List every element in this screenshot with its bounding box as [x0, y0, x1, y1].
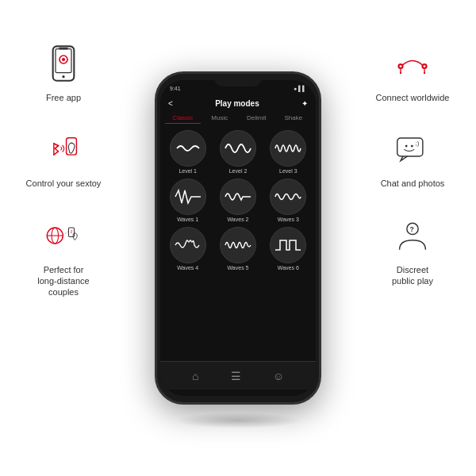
phone: 9:41 ● ▌▌ < Play modes ✦ Classic Music D…: [155, 71, 321, 405]
feature-free-app: Free app: [40, 40, 87, 103]
status-icons: ● ▌▌: [294, 86, 306, 91]
svg-point-13: [400, 72, 401, 74]
mode-waves3-circle[interactable]: [270, 178, 306, 215]
mode-waves6-circle[interactable]: [270, 227, 306, 263]
feature-long-distance: Perfect forlong-distancecouples: [37, 212, 89, 298]
mode-waves5-circle[interactable]: [220, 227, 256, 263]
tab-shake[interactable]: Shake: [276, 113, 312, 124]
free-app-label: Free app: [46, 92, 81, 103]
chat-photos-label: Chat and photos: [381, 178, 445, 189]
svg-point-19: [405, 145, 408, 148]
mode-waves3-label: Waves 3: [278, 217, 299, 222]
connect-worldwide-label: Connect worldwide: [376, 92, 450, 103]
app-title: Play modes: [173, 99, 301, 108]
mode-level1-label: Level 1: [178, 168, 197, 174]
svg-point-15: [424, 72, 425, 74]
bluetooth-icon: ✦: [301, 99, 308, 108]
message-icon[interactable]: ☰: [231, 370, 241, 382]
svg-point-17: [424, 65, 426, 67]
main-container: Free app Control your sextoy: [0, 0, 476, 476]
control-sextoy-label: Control your sextoy: [26, 178, 102, 189]
modes-grid: Level 1 Level 2: [160, 125, 316, 275]
status-time: 9:41: [170, 86, 181, 91]
mode-level3-circle[interactable]: [270, 130, 306, 167]
phone-screen: 9:41 ● ▌▌ < Play modes ✦ Classic Music D…: [160, 80, 316, 396]
home-icon[interactable]: ⌂: [192, 370, 198, 382]
mode-waves4-circle[interactable]: [170, 227, 206, 263]
mode-waves2-label: Waves 2: [228, 217, 249, 222]
mode-level2[interactable]: Level 2: [215, 130, 260, 174]
svg-rect-3: [59, 48, 68, 50]
feature-chat-photos: ;) Chat and photos: [381, 125, 445, 189]
svg-point-2: [62, 75, 64, 78]
mode-level3[interactable]: Level 3: [266, 130, 311, 174]
svg-point-5: [62, 58, 65, 61]
connect-worldwide-icon: [389, 40, 436, 87]
tab-classic[interactable]: Classic: [165, 113, 201, 124]
mode-level2-circle[interactable]: [220, 130, 256, 167]
mode-waves2-circle[interactable]: [220, 178, 256, 215]
mode-level3-label: Level 3: [279, 168, 298, 174]
profile-icon[interactable]: ☺: [273, 370, 284, 382]
tabs-bar: Classic Music Delimit Shake: [160, 111, 316, 125]
feature-control-sextoy: Control your sextoy: [26, 125, 102, 189]
mode-level1[interactable]: Level 1: [165, 130, 210, 174]
mode-waves6[interactable]: Waves 6: [266, 227, 311, 271]
mode-waves4[interactable]: Waves 4: [165, 227, 210, 271]
right-sidebar: Connect worldwide ;) Chat and photos: [357, 40, 468, 286]
tab-delimit[interactable]: Delimit: [239, 113, 274, 124]
bluetooth-toy-icon: [40, 125, 87, 173]
mode-waves2[interactable]: Waves 2: [215, 178, 260, 222]
mode-waves6-label: Waves 6: [278, 265, 299, 271]
svg-line-10: [63, 231, 68, 236]
discreet-label: Discreetpublic play: [392, 264, 433, 287]
long-distance-label: Perfect forlong-distancecouples: [37, 264, 89, 298]
mode-waves1-circle[interactable]: [170, 178, 206, 215]
phone-icon: [40, 40, 87, 87]
svg-point-20: [411, 145, 413, 148]
phone-reflection: [175, 413, 301, 428]
phone-body: 9:41 ● ▌▌ < Play modes ✦ Classic Music D…: [155, 71, 321, 405]
app-header: < Play modes ✦: [160, 96, 316, 111]
mode-level1-circle[interactable]: [170, 130, 206, 167]
svg-text:?: ?: [409, 225, 413, 233]
phone-notch: [214, 74, 262, 86]
mode-waves5[interactable]: Waves 5: [215, 227, 260, 271]
feature-discreet: ? Discreetpublic play: [389, 212, 436, 287]
mode-waves1[interactable]: Waves 1: [165, 178, 210, 222]
feature-connect-worldwide: Connect worldwide: [376, 40, 450, 103]
chat-photos-icon: ;): [389, 125, 436, 173]
mode-waves4-label: Waves 4: [177, 265, 198, 271]
globe-toy-icon: [40, 212, 87, 259]
svg-point-16: [400, 65, 402, 67]
bottom-nav: ⌂ ☰ ☺: [160, 361, 316, 390]
mode-waves1-label: Waves 1: [177, 217, 198, 222]
svg-rect-11: [68, 228, 74, 236]
discreet-icon: ?: [389, 212, 436, 259]
mode-waves3[interactable]: Waves 3: [266, 178, 311, 222]
tab-music[interactable]: Music: [202, 113, 238, 124]
mode-waves5-label: Waves 5: [228, 265, 249, 271]
svg-text:;): ;): [416, 140, 420, 147]
mode-level2-label: Level 2: [229, 168, 248, 174]
left-sidebar: Free app Control your sextoy: [8, 40, 119, 298]
